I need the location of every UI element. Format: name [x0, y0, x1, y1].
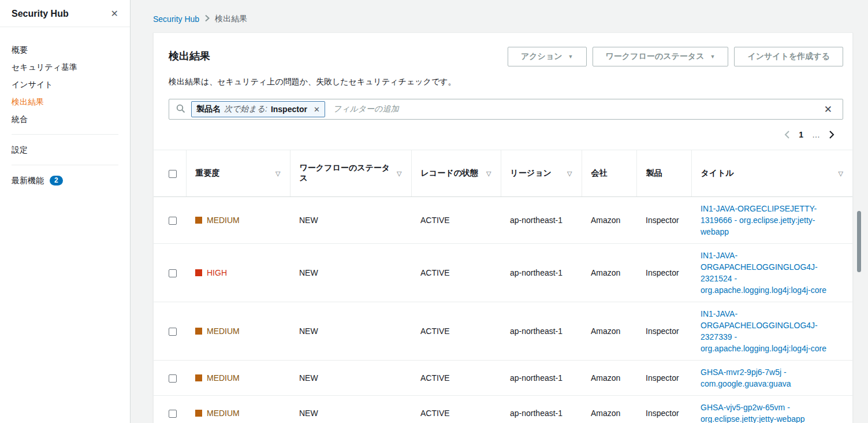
title-cell: IN1-JAVA-ORGECLIPSEJETTY-1319666 - org.e… [691, 197, 852, 244]
product-value: Inspector [636, 361, 691, 396]
breadcrumb-root-link[interactable]: Security Hub [153, 14, 199, 24]
workflow-status-button[interactable]: ワークフローのステータス ▼ [593, 47, 729, 66]
workflow-status-value: NEW [290, 197, 411, 244]
severity-square-icon [195, 217, 202, 224]
security-hub-app: Security Hub ✕ 概要 セキュリティ基準 インサイト 検出結果 統合… [0, 0, 868, 423]
previous-page-icon[interactable] [784, 130, 790, 139]
actions-button[interactable]: アクション ▼ [508, 47, 587, 66]
column-header-company[interactable]: 会社 [582, 150, 636, 197]
findings-panel: 検出結果 アクション ▼ ワークフローのステータス ▼ インサイトを作成する [153, 32, 853, 423]
filter-chip-product-name[interactable]: 製品名 次で始まる: Inspector ✕ [191, 101, 325, 117]
sort-icon[interactable]: ▽ [397, 170, 401, 177]
breadcrumb: Security Hub 検出結果 [131, 0, 868, 24]
column-header-workflow-status[interactable]: ワークフローのステータス▽ [290, 150, 411, 197]
sidebar-item-integrations[interactable]: 統合 [12, 110, 118, 128]
vertical-scrollbar-thumb[interactable] [857, 211, 861, 272]
workflow-status-value: NEW [290, 361, 411, 396]
region-value: ap-northeast-1 [501, 361, 582, 396]
finding-title-link[interactable]: GHSA-mvr2-9pj6-7w5j - com.google.guava:g… [701, 366, 843, 389]
severity-label: MEDIUM [207, 372, 240, 384]
sidebar-item-settings[interactable]: 設定 [12, 141, 118, 158]
column-header-title[interactable]: タイトル▽ [691, 150, 852, 197]
select-all-column-header[interactable] [154, 150, 186, 197]
row-select-cell [154, 244, 186, 302]
row-checkbox[interactable] [169, 410, 177, 418]
caret-down-icon: ▼ [568, 54, 573, 60]
column-header-company-label: 会社 [591, 168, 608, 179]
caret-down-icon: ▼ [710, 54, 715, 60]
filter-bar[interactable]: 製品名 次で始まる: Inspector ✕ フィルターの追加 ✕ [169, 99, 843, 120]
severity-label: MEDIUM [207, 325, 240, 337]
sidebar-divider [12, 134, 118, 135]
column-header-product-label: 製品 [646, 168, 662, 179]
region-value: ap-northeast-1 [501, 396, 582, 423]
sidebar-item-whats-new[interactable]: 最新機能 2 [12, 172, 118, 189]
row-checkbox[interactable] [169, 374, 177, 383]
action-button-group: アクション ▼ ワークフローのステータス ▼ インサイトを作成する [508, 47, 843, 66]
row-select-cell [154, 396, 186, 423]
sidebar-item-findings[interactable]: 検出結果 [12, 93, 118, 110]
sidebar: Security Hub ✕ 概要 セキュリティ基準 インサイト 検出結果 統合… [0, 0, 131, 423]
finding-title-link[interactable]: IN1-JAVA-ORGECLIPSEJETTY-1319666 - org.e… [701, 203, 843, 238]
create-insight-button-label: インサイトを作成する [747, 51, 830, 62]
close-icon[interactable]: ✕ [111, 9, 118, 18]
sort-icon[interactable]: ▽ [567, 170, 572, 177]
table-row: MEDIUM NEW ACTIVE ap-northeast-1 Amazon … [154, 361, 852, 396]
company-value: Amazon [582, 302, 636, 361]
column-header-severity[interactable]: 重要度▽ [186, 150, 290, 197]
page-number-current[interactable]: 1 [799, 130, 803, 139]
select-all-checkbox[interactable] [169, 170, 177, 178]
row-select-cell [154, 197, 186, 244]
sort-icon[interactable]: ▽ [839, 170, 843, 177]
title-cell: IN1-JAVA-ORGAPACHELOGGINGLOG4J-2321524 -… [691, 244, 852, 302]
sidebar-item-security-standards[interactable]: セキュリティ基準 [12, 58, 118, 76]
table-row: MEDIUM NEW ACTIVE ap-northeast-1 Amazon … [154, 396, 852, 423]
remove-filter-icon[interactable]: ✕ [314, 105, 320, 114]
finding-title-link[interactable]: IN1-JAVA-ORGAPACHELOGGINGLOG4J-2327339 -… [701, 308, 843, 354]
severity-cell: MEDIUM [186, 396, 290, 423]
column-header-record-state[interactable]: レコードの状態▽ [411, 150, 501, 197]
column-header-region-label: リージョン [511, 168, 552, 179]
filter-input-placeholder[interactable]: フィルターの追加 [333, 104, 399, 114]
title-row: 検出結果 アクション ▼ ワークフローのステータス ▼ インサイトを作成する [169, 47, 843, 66]
sidebar-title: Security Hub [12, 9, 69, 19]
panel-header: 検出結果 アクション ▼ ワークフローのステータス ▼ インサイトを作成する [154, 33, 852, 139]
product-value: Inspector [636, 396, 691, 423]
column-header-workflow-label: ワークフローのステータス [300, 163, 393, 184]
row-checkbox[interactable] [169, 217, 177, 225]
table-row: HIGH NEW ACTIVE ap-northeast-1 Amazon In… [154, 244, 852, 302]
region-value: ap-northeast-1 [501, 244, 582, 302]
clear-filters-icon[interactable]: ✕ [824, 103, 836, 116]
row-checkbox[interactable] [169, 269, 177, 277]
column-header-severity-label: 重要度 [196, 168, 220, 179]
finding-title-link[interactable]: IN1-JAVA-ORGAPACHELOGGINGLOG4J-2321524 -… [701, 250, 843, 296]
row-select-cell [154, 361, 186, 396]
severity-square-icon [195, 374, 202, 381]
column-header-product[interactable]: 製品 [636, 150, 691, 197]
sidebar-item-overview[interactable]: 概要 [12, 41, 118, 58]
region-value: ap-northeast-1 [501, 197, 582, 244]
next-page-icon[interactable] [829, 130, 835, 139]
severity-square-icon [195, 269, 202, 276]
record-state-value: ACTIVE [411, 244, 501, 302]
company-value: Amazon [582, 244, 636, 302]
panel-description: 検出結果は、セキュリティ上の問題か、失敗したセキュリティチェックです。 [169, 77, 843, 87]
company-value: Amazon [582, 361, 636, 396]
workflow-status-button-label: ワークフローのステータス [606, 51, 705, 62]
sidebar-item-insights[interactable]: インサイト [12, 76, 118, 93]
row-checkbox[interactable] [169, 328, 177, 336]
sort-icon[interactable]: ▽ [486, 170, 491, 177]
company-value: Amazon [582, 396, 636, 423]
sort-icon[interactable]: ▽ [275, 170, 280, 177]
product-value: Inspector [636, 244, 691, 302]
region-value: ap-northeast-1 [501, 302, 582, 361]
severity-square-icon [195, 328, 202, 335]
column-header-region[interactable]: リージョン▽ [501, 150, 582, 197]
filter-chip-field: 製品名 [196, 104, 221, 114]
row-select-cell [154, 302, 186, 361]
whats-new-badge: 2 [50, 176, 63, 185]
record-state-value: ACTIVE [411, 361, 501, 396]
finding-title-link[interactable]: GHSA-vjv5-gp2w-65vm - org.eclipse.jetty:… [701, 402, 843, 423]
create-insight-button[interactable]: インサイトを作成する [734, 47, 843, 66]
company-value: Amazon [582, 197, 636, 244]
